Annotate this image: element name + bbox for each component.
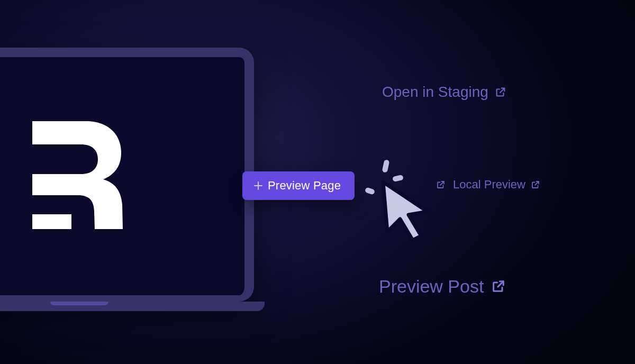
laptop-illustration bbox=[0, 48, 254, 311]
preview-page-button[interactable]: Preview Page bbox=[242, 171, 355, 200]
external-link-icon bbox=[495, 86, 506, 98]
open-in-staging-link[interactable]: Open in Staging bbox=[382, 85, 506, 99]
preview-post-link[interactable]: Preview Post bbox=[379, 277, 506, 295]
laptop-notch bbox=[50, 302, 108, 305]
external-link-icon bbox=[531, 180, 540, 189]
remix-logo-icon bbox=[32, 121, 126, 231]
preview-page-button-label: Preview Page bbox=[268, 179, 341, 193]
svg-rect-0 bbox=[32, 214, 71, 229]
click-indicator bbox=[366, 164, 440, 249]
laptop-screen bbox=[0, 48, 254, 302]
preview-post-label: Preview Post bbox=[379, 277, 484, 295]
open-in-staging-label: Open in Staging bbox=[382, 85, 488, 99]
external-link-icon bbox=[436, 180, 446, 189]
plus-icon bbox=[254, 181, 262, 190]
local-preview-link[interactable]: Local Preview bbox=[436, 179, 540, 190]
laptop-base bbox=[0, 302, 265, 311]
local-preview-label: Local Preview bbox=[453, 179, 525, 190]
external-link-icon bbox=[491, 279, 506, 294]
cursor-icon bbox=[378, 179, 436, 244]
